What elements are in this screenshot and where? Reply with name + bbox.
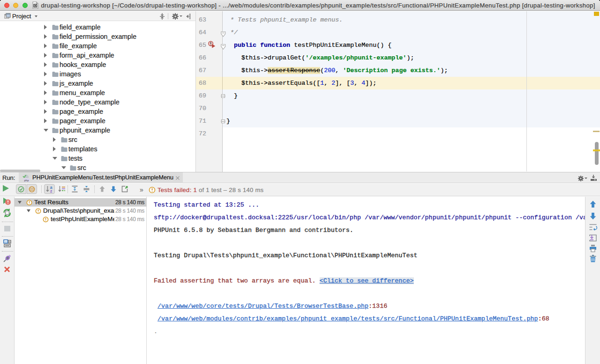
svg-text:z: z xyxy=(50,189,52,193)
svg-text:php: php xyxy=(24,179,30,182)
